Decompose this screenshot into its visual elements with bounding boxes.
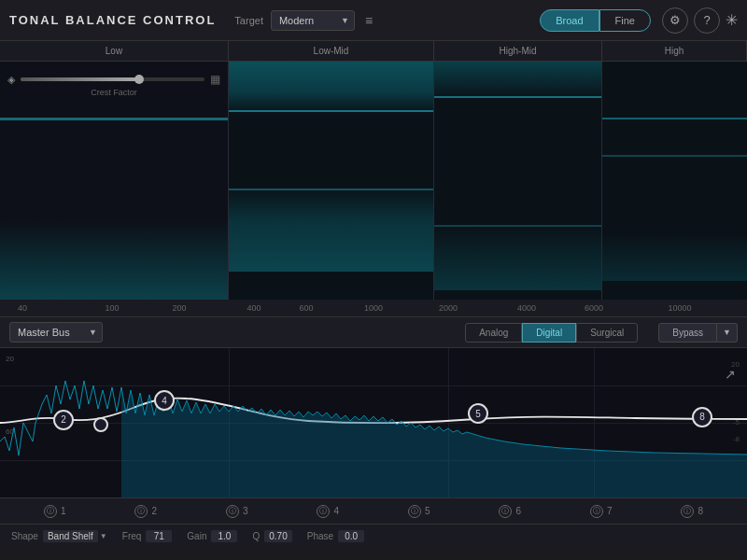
target-select[interactable]: Modern Contemporary Classical Jazz R&B bbox=[271, 10, 355, 31]
lowmid-band-label: Low-Mid bbox=[229, 41, 434, 61]
freq-tick-600: 600 bbox=[299, 303, 313, 313]
band-num-3[interactable]: ⓘ 3 bbox=[191, 505, 283, 518]
gain-param: Gain 1.0 bbox=[187, 530, 237, 542]
header: TONAL BALANCE CONTROL Target Modern Cont… bbox=[0, 0, 747, 41]
band-label-7: 7 bbox=[607, 506, 613, 516]
freq-axis: 40 100 200 400 600 1000 2000 4000 6000 1… bbox=[0, 300, 747, 316]
freq-label: Freq bbox=[122, 531, 142, 541]
band-label-8: 8 bbox=[698, 506, 703, 516]
svg-text:60: 60 bbox=[6, 427, 14, 436]
band-num-6[interactable]: ⓘ 6 bbox=[465, 505, 557, 518]
low-band-section: ◈ ▦ Crest Factor bbox=[0, 62, 229, 300]
eq-node-2b[interactable] bbox=[93, 417, 108, 432]
fine-button[interactable]: Fine bbox=[599, 9, 651, 32]
svg-text:20: 20 bbox=[6, 355, 14, 363]
surgical-button[interactable]: Surgical bbox=[576, 323, 638, 343]
q-param: Q 0.70 bbox=[252, 530, 291, 542]
q-value[interactable]: 0.70 bbox=[264, 530, 291, 542]
band-num-1[interactable]: ⓘ 1 bbox=[9, 505, 101, 518]
eq-plot[interactable]: 20 -5 -8 20 60 2 4 5 8 ↗ bbox=[0, 348, 747, 497]
help-icon[interactable]: ? bbox=[694, 7, 720, 34]
menu-icon[interactable]: ≡ bbox=[360, 11, 377, 30]
view-toggle: Broad Fine bbox=[540, 9, 651, 32]
eq-node-8[interactable]: 8 bbox=[692, 407, 712, 427]
filter-toggle: Analog Digital Surgical bbox=[465, 323, 638, 343]
grid-icon: ▦ bbox=[210, 73, 220, 86]
freq-tick-6000: 6000 bbox=[585, 303, 603, 313]
band-circle-6: ⓘ bbox=[499, 505, 512, 518]
band-circle-5: ⓘ bbox=[408, 505, 421, 518]
low-band-label: Low bbox=[0, 41, 229, 61]
eq-controls: Master Bus Mix Bus Drum Bus ▼ Analog Dig… bbox=[0, 316, 747, 348]
band-num-8[interactable]: ⓘ 8 bbox=[647, 505, 739, 518]
band-circle-8: ⓘ bbox=[681, 505, 694, 518]
params-bar: Shape Band Shelf ▼ Freq 71 Gain 1.0 Q 0.… bbox=[0, 524, 747, 548]
freq-tick-100: 100 bbox=[105, 303, 119, 313]
band-circle-3: ⓘ bbox=[226, 505, 239, 518]
freq-tick-200: 200 bbox=[172, 303, 186, 313]
spectrum-area: Low Low-Mid High-Mid High ◈ ▦ Crest Fact… bbox=[0, 41, 747, 316]
bypass-group: Bypass ▼ bbox=[649, 323, 738, 343]
freq-tick-400: 400 bbox=[247, 303, 261, 313]
lowmid-band-section bbox=[229, 62, 434, 300]
band-label-1: 1 bbox=[61, 506, 66, 516]
crest-slider[interactable] bbox=[21, 77, 204, 81]
band-label-3: 3 bbox=[243, 506, 248, 516]
svg-text:-8: -8 bbox=[733, 435, 740, 443]
band-label-2: 2 bbox=[151, 506, 157, 516]
bus-select[interactable]: Master Bus Mix Bus Drum Bus bbox=[9, 322, 103, 343]
header-icons: ⚙ ? ✳ bbox=[662, 7, 738, 34]
crest-icon: ◈ bbox=[7, 74, 15, 86]
spectrum-viz: ◈ ▦ Crest Factor bbox=[0, 62, 747, 300]
freq-tick-10000: 10000 bbox=[668, 303, 691, 313]
band-circle-4: ⓘ bbox=[317, 505, 330, 518]
app-title: TONAL BALANCE CONTROL bbox=[9, 13, 216, 27]
shape-label: Shape bbox=[11, 531, 38, 541]
freq-value[interactable]: 71 bbox=[146, 530, 172, 542]
phase-param: Phase 0.0 bbox=[307, 530, 364, 542]
crest-label: Crest Factor bbox=[7, 88, 220, 97]
bypass-button[interactable]: Bypass bbox=[658, 323, 717, 343]
band-numbers: ⓘ 1 ⓘ 2 ⓘ 3 ⓘ 4 ⓘ 5 ⓘ 6 ⓘ 7 ⓘ 8 bbox=[0, 497, 747, 524]
freq-tick-4000: 4000 bbox=[517, 303, 536, 313]
shape-chevron-icon: ▼ bbox=[100, 532, 107, 540]
shape-param: Shape Band Shelf ▼ bbox=[11, 530, 107, 542]
phase-value[interactable]: 0.0 bbox=[338, 530, 364, 542]
target-label: Target bbox=[234, 15, 263, 26]
eq-node-4[interactable]: 4 bbox=[154, 390, 175, 411]
shape-dropdown[interactable]: Band Shelf ▼ bbox=[43, 530, 107, 542]
band-labels: Low Low-Mid High-Mid High bbox=[0, 41, 747, 62]
crest-row: ◈ ▦ bbox=[7, 73, 220, 86]
broad-button[interactable]: Broad bbox=[540, 9, 599, 32]
target-select-wrapper: Modern Contemporary Classical Jazz R&B ▼ bbox=[271, 10, 355, 31]
band-circle-1: ⓘ bbox=[44, 505, 57, 518]
band-label-6: 6 bbox=[515, 506, 521, 516]
gear-icon[interactable]: ⚙ bbox=[662, 7, 688, 34]
gain-value[interactable]: 1.0 bbox=[211, 530, 237, 542]
freq-param: Freq 71 bbox=[122, 530, 173, 542]
eq-svg: 20 -5 -8 20 60 bbox=[0, 348, 747, 497]
bypass-arrow-button[interactable]: ▼ bbox=[717, 323, 738, 343]
eq-node-5[interactable]: 5 bbox=[468, 403, 488, 424]
high-band-section bbox=[602, 62, 747, 300]
freq-tick-40: 40 bbox=[18, 303, 27, 313]
star-icon[interactable]: ✳ bbox=[726, 11, 738, 29]
bus-select-wrapper: Master Bus Mix Bus Drum Bus ▼ bbox=[9, 322, 103, 343]
freq-tick-1000: 1000 bbox=[364, 303, 383, 313]
band-label-4: 4 bbox=[333, 506, 339, 516]
cursor-indicator: ↗ bbox=[725, 367, 736, 382]
band-num-5[interactable]: ⓘ 5 bbox=[374, 505, 465, 518]
band-num-4[interactable]: ⓘ 4 bbox=[283, 505, 374, 518]
high-band-label: High bbox=[602, 41, 747, 61]
svg-text:-5: -5 bbox=[733, 418, 740, 427]
q-label: Q bbox=[252, 531, 260, 541]
band-num-7[interactable]: ⓘ 7 bbox=[556, 505, 647, 518]
highmid-band-label: High-Mid bbox=[434, 41, 602, 61]
digital-button[interactable]: Digital bbox=[522, 323, 576, 343]
band-circle-2: ⓘ bbox=[134, 505, 148, 518]
band-label-5: 5 bbox=[425, 506, 430, 516]
gain-label: Gain bbox=[187, 531, 206, 541]
band-num-2[interactable]: ⓘ 2 bbox=[101, 505, 192, 518]
analog-button[interactable]: Analog bbox=[465, 323, 522, 343]
eq-node-2[interactable]: 2 bbox=[53, 410, 74, 430]
